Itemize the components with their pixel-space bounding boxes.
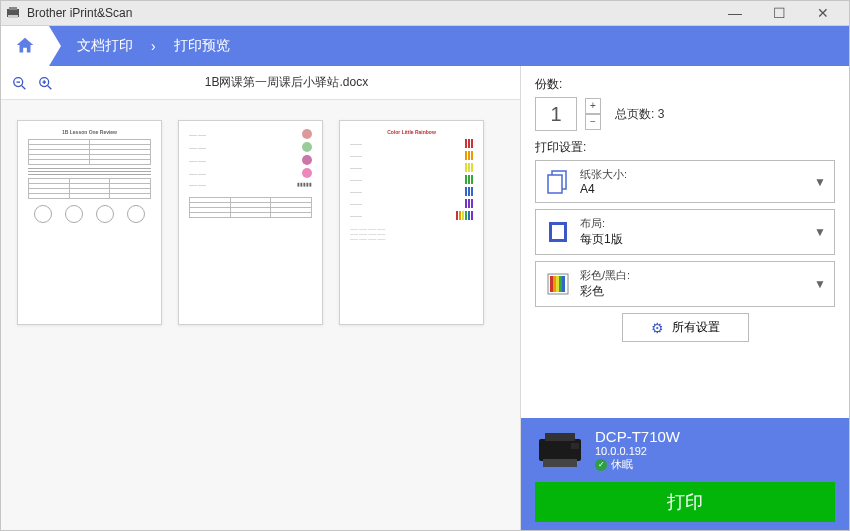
svg-rect-23 <box>571 443 579 449</box>
print-button[interactable]: 打印 <box>535 482 835 522</box>
printer-status: ✓ 休眠 <box>595 457 680 472</box>
printer-icon <box>535 431 585 469</box>
zoom-in-button[interactable] <box>35 73 57 93</box>
layout-icon <box>544 218 572 246</box>
svg-rect-21 <box>545 433 575 441</box>
breadcrumb-item-2: 打印预览 <box>174 37 230 55</box>
document-filename: 1B网课第一周课后小驿站.docx <box>61 74 512 91</box>
layout-value: 每页1版 <box>580 231 814 248</box>
print-settings-label: 打印设置: <box>535 139 835 156</box>
zoom-out-button[interactable] <box>9 73 31 93</box>
gear-icon: ⚙ <box>651 320 664 336</box>
document-bar: 1B网课第一周课后小驿站.docx <box>1 66 520 100</box>
preview-column: 1B网课第一周课后小驿站.docx 1B Lesson One Review —… <box>1 66 521 531</box>
svg-rect-15 <box>550 276 553 292</box>
layout-label: 布局: <box>580 216 814 231</box>
svg-rect-20 <box>539 439 581 461</box>
minimize-button[interactable]: — <box>713 1 757 25</box>
color-label: 彩色/黑白: <box>580 268 814 283</box>
page-thumb-1[interactable]: 1B Lesson One Review <box>17 120 162 325</box>
printer-name: DCP-T710W <box>595 428 680 445</box>
svg-rect-19 <box>562 276 565 292</box>
settings-column: 份数: 1 + − 总页数: 3 打印设置: 纸张大小: A4 ▼ <box>521 66 849 531</box>
svg-line-7 <box>48 85 52 89</box>
header-bar: 文档打印 › 打印预览 <box>1 26 849 66</box>
paper-size-option[interactable]: 纸张大小: A4 ▼ <box>535 160 835 203</box>
maximize-button[interactable]: ☐ <box>757 1 801 25</box>
copies-decrement-button[interactable]: − <box>585 114 601 130</box>
svg-rect-17 <box>556 276 559 292</box>
app-title: Brother iPrint&Scan <box>27 6 713 20</box>
svg-rect-13 <box>552 225 564 239</box>
layout-option[interactable]: 布局: 每页1版 ▼ <box>535 209 835 255</box>
home-icon <box>14 35 36 57</box>
copies-increment-button[interactable]: + <box>585 98 601 114</box>
close-button[interactable]: ✕ <box>801 1 845 25</box>
printer-status-text: 休眠 <box>611 457 633 472</box>
total-pages-label: 总页数: 3 <box>615 106 664 123</box>
svg-rect-11 <box>548 175 562 193</box>
chevron-down-icon: ▼ <box>814 225 826 239</box>
printer-panel: DCP-T710W 10.0.0.192 ✓ 休眠 打印 <box>521 418 849 531</box>
title-bar: Brother iPrint&Scan — ☐ ✕ <box>1 1 849 26</box>
copies-label: 份数: <box>535 76 835 93</box>
paper-icon <box>544 168 572 196</box>
printer-ip: 10.0.0.192 <box>595 445 680 457</box>
svg-rect-18 <box>559 276 562 292</box>
color-icon <box>544 270 572 298</box>
svg-rect-16 <box>553 276 556 292</box>
chevron-down-icon: ▼ <box>814 277 826 291</box>
copies-value[interactable]: 1 <box>535 97 577 131</box>
chevron-down-icon: ▼ <box>814 175 826 189</box>
check-icon: ✓ <box>595 459 607 471</box>
paper-value: A4 <box>580 182 814 196</box>
chevron-right-icon: › <box>151 38 156 54</box>
color-value: 彩色 <box>580 283 814 300</box>
paper-label: 纸张大小: <box>580 167 814 182</box>
svg-rect-22 <box>543 459 577 467</box>
all-settings-button[interactable]: ⚙ 所有设置 <box>622 313 749 342</box>
page-thumb-3[interactable]: Color Little Rainbow ——— ——— ——— ——— ———… <box>339 120 484 325</box>
all-settings-label: 所有设置 <box>672 319 720 336</box>
breadcrumb-item-1[interactable]: 文档打印 <box>77 37 133 55</box>
app-icon <box>5 5 21 21</box>
svg-rect-1 <box>9 7 17 10</box>
color-option[interactable]: 彩色/黑白: 彩色 ▼ <box>535 261 835 307</box>
svg-rect-2 <box>8 15 18 18</box>
preview-area[interactable]: 1B Lesson One Review —— —— —— —— —— —— —… <box>1 100 520 531</box>
home-button[interactable] <box>1 26 49 66</box>
svg-line-4 <box>22 85 26 89</box>
page-thumb-2[interactable]: —— —— —— —— —— —— —— —— —— ——▮▮▮▮▮ <box>178 120 323 325</box>
